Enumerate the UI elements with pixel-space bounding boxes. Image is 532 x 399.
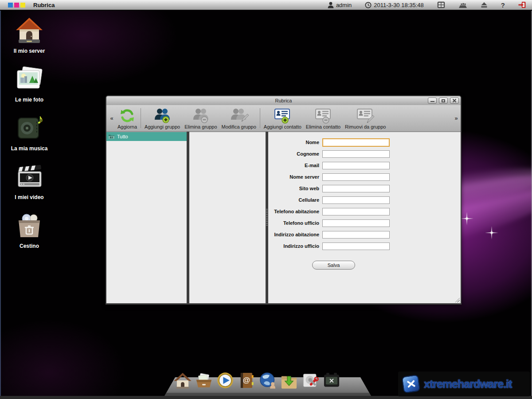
contact-form: Nome Cognome E-mail Nome server Sito web [268,132,461,270]
dock-download-icon[interactable] [279,371,299,390]
toolbar-button-label: Aggiungi contatto [264,124,301,129]
dock-address-book-icon[interactable]: @ [237,371,256,390]
window-resize-grip[interactable] [454,297,460,302]
cognome-field[interactable] [322,150,390,158]
screen-bottom-strip [0,396,532,399]
toolbar-scroll-left-icon[interactable]: « [108,105,115,131]
toolbar-button-label: Elimina gruppo [184,124,217,129]
field-label-cellulare: Cellulare [268,197,322,203]
dock-disk-utility-icon[interactable] [301,371,320,390]
desktop-icon-label: Cestino [20,243,39,249]
window-toolbar: « Aggiorna Ag [106,105,461,132]
refresh-icon [119,107,135,124]
indirizzo-ufficio-field[interactable] [322,243,390,250]
window-titlebar[interactable]: Rubrica [106,96,461,105]
maximize-button[interactable] [439,98,448,104]
form-row: Indirizzo ufficio [268,242,461,250]
panel-splitter[interactable] [187,132,189,303]
edit-group-button[interactable]: Modifica gruppo [219,105,258,131]
desktop-icon-label: I miei video [15,194,43,200]
desktop-icon-my-photos[interactable]: Le mie foto [6,64,52,113]
form-row: Nome server [268,173,461,181]
form-row: Sito web [268,184,461,192]
field-label-telefono-ufficio: Telefono ufficio [268,220,322,226]
desktop-icon-label: Le mie foto [15,97,43,103]
field-label-sito-web: Sito web [268,186,322,191]
videos-icon [14,161,44,192]
field-label-cognome: Cognome [268,151,322,156]
clock-icon [365,2,372,8]
minimize-button[interactable] [428,98,437,104]
delete-contact-button[interactable]: Elimina contatto [304,105,343,131]
watermark: xtremehardware.it [398,372,530,396]
toolbar-button-label: Aggiungi gruppo [145,124,180,129]
eject-icon[interactable] [481,2,488,8]
telefono-ufficio-field[interactable] [322,219,390,227]
refresh-button[interactable]: Aggiorna [115,105,139,131]
group-item-tutto[interactable]: Tutto [106,132,187,141]
contact-detail-panel: Nome Cognome E-mail Nome server Sito web [268,132,461,303]
save-button[interactable]: Salva [312,261,355,270]
clock-display: 2011-3-30 18:35:48 [365,2,424,8]
nome-field[interactable] [322,138,390,147]
desktop-icon-list: Il mio server Le mie foto [6,15,52,259]
desktop-icon-my-server[interactable]: Il mio server [6,15,52,64]
user-icon [328,2,334,8]
toolbar-scroll-right-icon[interactable]: » [453,105,460,131]
music-note-glyph: ♪ [37,113,43,126]
desktop-icon-label: La mia musica [11,145,48,152]
dock-icon[interactable] [458,2,467,8]
rubrica-window: Rubrica « Aggiorna [106,95,462,305]
form-row: Telefono abitazione [268,207,461,215]
dock-photos-icon[interactable] [194,371,214,390]
cellulare-field[interactable] [322,196,390,204]
dock: @ [173,371,341,390]
dock-media-player-icon[interactable] [215,371,235,390]
delete-group-button[interactable]: Elimina gruppo [182,105,219,131]
email-field[interactable] [322,162,390,169]
window-grid-icon[interactable] [437,1,445,8]
datetime-text: 2011-3-30 18:35:48 [374,2,424,8]
toolbar-button-label: Elimina contatto [306,124,340,129]
top-menubar: Rubrica admin 2011-3-30 18:35:48 ? [0,0,532,11]
form-row: Cognome [268,150,461,158]
field-label-nome-server: Nome server [268,174,322,180]
add-group-button[interactable]: Aggiungi gruppo [142,105,182,131]
form-row: Indirizzo abitazione [268,231,461,239]
sito-web-field[interactable] [322,185,390,192]
remove-from-group-button[interactable]: Rimuovi da gruppo [343,105,388,131]
user-name: admin [336,2,352,8]
logout-icon[interactable] [518,1,526,8]
form-row: Telefono ufficio [268,219,461,227]
desktop-icon-label: Il mio server [14,48,45,54]
desktop-icon-my-videos[interactable]: I miei video [6,161,52,210]
desktop-icon-trash[interactable]: Cestino [6,210,52,259]
help-icon[interactable]: ? [501,1,505,9]
groups-panel: Tutto [106,132,187,303]
background-sparkle [460,212,473,225]
xtremehardware-logo-icon [402,375,421,394]
at-glyph: @ [243,376,250,385]
contacts-list-panel[interactable] [189,132,266,303]
field-label-indirizzo-ufficio: Indirizzo ufficio [268,243,322,249]
dock-toolbox-icon[interactable] [322,371,341,390]
screen-edge [0,0,1,399]
dock-home-icon[interactable] [173,371,192,390]
group-folder-icon [108,134,115,139]
indirizzo-abitazione-field[interactable] [322,231,390,239]
music-icon: ♪ [14,113,44,144]
add-contact-button[interactable]: Aggiungi contatto [262,105,304,131]
group-edit-icon [229,107,249,124]
dock-network-places-icon[interactable] [258,371,278,390]
user-menu[interactable]: admin [328,2,352,8]
desktop-icon-my-music[interactable]: ♪ La mia musica [6,113,52,161]
close-button[interactable] [450,98,459,104]
contact-edit-icon [356,107,375,124]
field-label-nome: Nome [268,140,322,145]
nome-server-field[interactable] [322,173,390,181]
contact-remove-icon [314,107,332,124]
group-item-label: Tutto [117,134,128,139]
toolbar-separator [141,108,141,128]
telefono-abitazione-field[interactable] [322,208,390,215]
field-label-telefono-abitazione: Telefono abitazione [268,209,322,214]
